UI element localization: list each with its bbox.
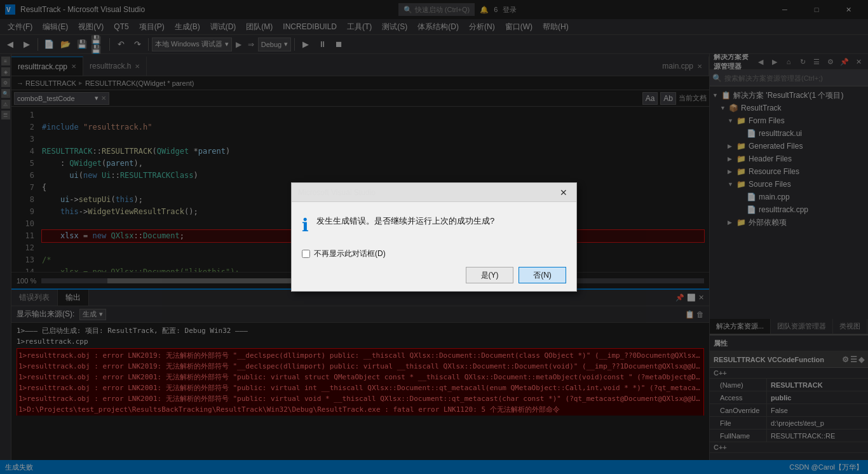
dialog-checkbox-label: 不再显示此对话框(D): [314, 248, 386, 259]
dialog-title-bar: Microsoft Visual Studio ✕: [292, 183, 576, 202]
dialog-yes-button[interactable]: 是(Y): [466, 267, 513, 283]
dialog-footer: 不再显示此对话框(D) 是(Y) 否(N): [292, 243, 576, 291]
dialog-body: ℹ 发生生成错误。是否继续并运行上次的成功生成?: [292, 202, 576, 243]
dialog-overlay: Microsoft Visual Studio ✕ ℹ 发生生成错误。是否继续并…: [0, 0, 868, 474]
dialog-checkbox[interactable]: [302, 250, 310, 258]
dialog-checkbox-row: 不再显示此对话框(D): [302, 248, 566, 259]
dialog-close-button[interactable]: ✕: [557, 186, 570, 199]
dialog-title: Microsoft Visual Studio: [298, 188, 376, 197]
dialog-message: 发生生成错误。是否继续并运行上次的成功生成?: [316, 215, 494, 227]
dialog-no-button[interactable]: 否(N): [519, 267, 566, 283]
dialog: Microsoft Visual Studio ✕ ℹ 发生生成错误。是否继续并…: [291, 182, 577, 292]
dialog-info-icon: ℹ: [302, 215, 309, 236]
dialog-buttons: 是(Y) 否(N): [302, 267, 566, 283]
